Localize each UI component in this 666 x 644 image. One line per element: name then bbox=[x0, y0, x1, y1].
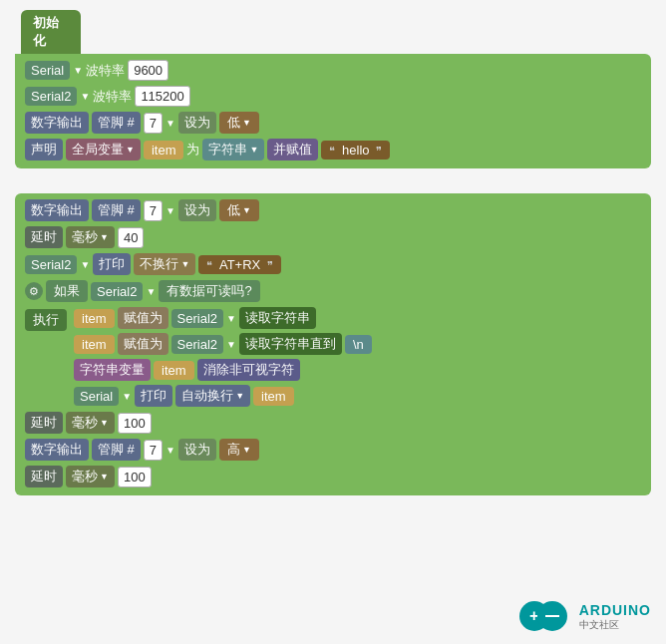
delay3-val[interactable]: 100 bbox=[118, 467, 152, 487]
item-var4: item bbox=[253, 387, 294, 406]
delay3-label: 延时 bbox=[25, 466, 63, 487]
serial2-row: Serial2 ▼ 波特率 115200 bbox=[25, 86, 641, 107]
strip-label: 消除非可视字符 bbox=[197, 359, 300, 381]
serial3[interactable]: Serial2 bbox=[25, 255, 77, 274]
digital-row3: 数字输出 管脚 # 7 ▼ 设为 高 ▼ bbox=[25, 439, 641, 461]
unit2-text: 毫秒 bbox=[72, 414, 98, 432]
arduino-main-text: ARDUINO bbox=[579, 602, 651, 618]
delay2-label: 延时 bbox=[25, 412, 63, 434]
exec-block: 执行 item 赋值为 Serial2 ▼ 读取字符串 item 赋值为 S bbox=[25, 307, 641, 407]
dropdown-arrow1: ▼ bbox=[73, 65, 83, 76]
level3-text: 高 bbox=[227, 441, 240, 459]
autoln-drop: ▼ bbox=[235, 391, 244, 401]
level2[interactable]: 低 ▼ bbox=[219, 199, 259, 221]
digital-label2: 数字输出 bbox=[25, 199, 89, 221]
newline-val: \n bbox=[345, 335, 372, 354]
scope-text: 全局变量 bbox=[72, 141, 124, 159]
print1-label: 打印 bbox=[93, 253, 131, 275]
pin-val3[interactable]: 7 bbox=[144, 440, 163, 461]
strvar-label: 字符串变量 bbox=[74, 359, 151, 381]
unit2-dropdown[interactable]: 毫秒 ▼ bbox=[66, 412, 115, 434]
string-value: ❝ hello ❞ bbox=[321, 141, 390, 160]
scope-drop: ▼ bbox=[126, 145, 135, 155]
serial7-drop: ▼ bbox=[122, 391, 132, 402]
readuntil-label: 读取字符串直到 bbox=[239, 333, 342, 355]
item-var2: item bbox=[74, 335, 115, 354]
if-label: 如果 bbox=[46, 280, 88, 302]
unit3-drop: ▼ bbox=[100, 472, 109, 482]
serial1-row: Serial ▼ 波特率 9600 bbox=[25, 60, 641, 81]
serial5[interactable]: Serial2 bbox=[171, 309, 223, 328]
unit1-drop: ▼ bbox=[100, 232, 109, 242]
unit3-dropdown[interactable]: 毫秒 ▼ bbox=[66, 466, 115, 487]
gear-icon[interactable]: ⚙ bbox=[25, 282, 43, 300]
exec-row2: item 赋值为 Serial2 ▼ 读取字符串直到 \n bbox=[74, 333, 372, 355]
level3[interactable]: 高 ▼ bbox=[219, 439, 259, 461]
serial1-label[interactable]: Serial bbox=[25, 61, 70, 80]
val-text: hello bbox=[342, 143, 369, 158]
baud-label1: 波特率 bbox=[86, 62, 125, 80]
unit3-text: 毫秒 bbox=[72, 468, 98, 485]
exec-label: 执行 bbox=[25, 309, 67, 331]
right-circle bbox=[537, 601, 567, 631]
serial6[interactable]: Serial2 bbox=[171, 335, 223, 354]
exec-row4: Serial ▼ 打印 自动换行 ▼ item bbox=[74, 385, 372, 407]
serial3-drop: ▼ bbox=[80, 259, 90, 270]
serial2-label[interactable]: Serial2 bbox=[25, 87, 77, 106]
serial7[interactable]: Serial bbox=[74, 387, 119, 406]
serial4[interactable]: Serial2 bbox=[91, 282, 143, 301]
set-label-exec1: 赋值为 bbox=[118, 307, 168, 329]
var-item1: item bbox=[144, 141, 184, 160]
arduino-logo: + ARDUINO 中文社区 bbox=[519, 599, 651, 634]
pin-drop1: ▼ bbox=[166, 118, 175, 129]
type-dropdown[interactable]: 字符串 ▼ bbox=[202, 139, 264, 161]
delay1-val[interactable]: 40 bbox=[118, 227, 144, 248]
level1[interactable]: 低 ▼ bbox=[219, 112, 259, 134]
serial5-drop: ▼ bbox=[226, 313, 236, 324]
type-text: 字符串 bbox=[208, 141, 247, 159]
set-label1: 设为 bbox=[178, 112, 216, 134]
unit1-dropdown[interactable]: 毫秒 ▼ bbox=[66, 226, 115, 248]
declare-row: 声明 全局变量 ▼ item 为 字符串 ▼ 并赋值 ❝ hello ❞ bbox=[25, 139, 641, 161]
lquote: ❝ bbox=[329, 145, 335, 157]
pin-val2[interactable]: 7 bbox=[144, 200, 163, 221]
arduino-text-block: ARDUINO 中文社区 bbox=[579, 602, 651, 632]
digital-label3: 数字输出 bbox=[25, 439, 89, 461]
exec-row1: item 赋值为 Serial2 ▼ 读取字符串 bbox=[74, 307, 372, 329]
pin-drop2: ▼ bbox=[166, 205, 175, 216]
digital-row1: 数字输出 管脚 # 7 ▼ 设为 低 ▼ bbox=[25, 112, 641, 134]
nobreak-drop: ▼ bbox=[180, 259, 189, 269]
set-label-exec2: 赋值为 bbox=[118, 333, 168, 355]
item-var3: item bbox=[154, 361, 194, 380]
baud-val2[interactable]: 115200 bbox=[135, 86, 189, 107]
pin-drop3: ▼ bbox=[166, 445, 175, 456]
assign-label: 并赋值 bbox=[267, 139, 318, 161]
pin-val1[interactable]: 7 bbox=[144, 113, 163, 134]
arduino-circles: + bbox=[519, 599, 574, 634]
baud-label2: 波特率 bbox=[93, 88, 132, 106]
level1-text: 低 bbox=[227, 114, 240, 132]
set-label3: 设为 bbox=[178, 439, 216, 461]
delay2-val[interactable]: 100 bbox=[118, 413, 152, 434]
baud-val1[interactable]: 9600 bbox=[128, 60, 168, 81]
digital-row2: 数字输出 管脚 # 7 ▼ 设为 低 ▼ bbox=[25, 199, 641, 221]
scope-dropdown[interactable]: 全局变量 ▼ bbox=[66, 139, 141, 161]
autoln-text: 自动换行 bbox=[181, 387, 233, 405]
autoln-dropdown[interactable]: 自动换行 ▼ bbox=[175, 385, 250, 407]
nobreak-dropdown[interactable]: 不换行 ▼ bbox=[134, 253, 195, 275]
print1-row: Serial2 ▼ 打印 不换行 ▼ ❝ AT+RX ❞ bbox=[25, 253, 641, 275]
delay1-label: 延时 bbox=[25, 226, 63, 248]
rquote2: ❞ bbox=[267, 259, 273, 271]
lquote2: ❝ bbox=[206, 259, 212, 271]
item-var1: item bbox=[74, 309, 115, 328]
nobreak-text: 不换行 bbox=[140, 255, 178, 273]
type-drop: ▼ bbox=[249, 145, 258, 155]
exec-row3: 字符串变量 item 消除非可视字符 bbox=[74, 359, 372, 381]
declare-label: 声明 bbox=[25, 139, 63, 161]
read-label: 读取字符串 bbox=[239, 307, 316, 329]
atcmd-text: AT+RX bbox=[219, 257, 260, 272]
level1-drop: ▼ bbox=[242, 118, 251, 128]
arduino-sub-text: 中文社区 bbox=[579, 618, 651, 632]
init-section: 初始化 Serial ▼ 波特率 9600 Serial2 ▼ 波特率 1152… bbox=[15, 10, 651, 168]
print2-label: 打印 bbox=[135, 385, 172, 407]
